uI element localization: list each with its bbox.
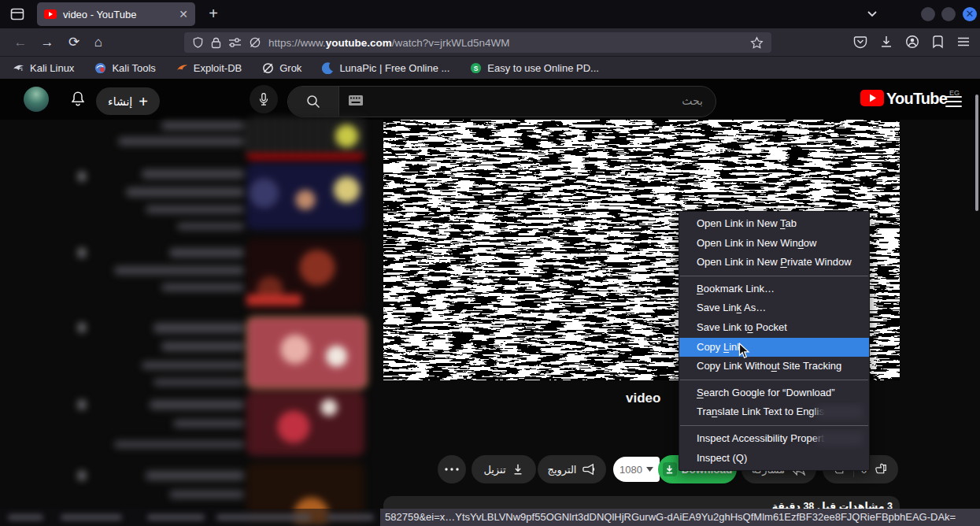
like-button[interactable] [874, 463, 887, 476]
youtube-page: إنشاء + بحث YouTube EG [0, 79, 980, 526]
search-input[interactable]: بحث [287, 86, 716, 117]
more-dots-icon [445, 468, 459, 471]
create-button[interactable]: إنشاء + [96, 87, 160, 115]
microphone-icon [256, 91, 272, 107]
context-menu-item-open-link-in-new-private-window[interactable]: Open Link in New Private Window [679, 253, 869, 272]
minimize-button[interactable] [921, 7, 935, 21]
mouse-cursor [738, 343, 750, 359]
context-menu-item-search-google-for-download[interactable]: Search Google for “Download” [679, 383, 869, 403]
context-menu-item-bookmark-link[interactable]: Bookmark Link… [679, 280, 869, 299]
shield-icon[interactable] [192, 36, 204, 49]
nav-toolbar: ← → ⟳ ⌂ https://www.youtube.com/watch?v=… [0, 28, 980, 57]
url-bar[interactable]: https://www.youtube.com/watch?v=jrkWLd5n… [184, 32, 771, 53]
download-arrow-icon [512, 463, 524, 476]
forward-icon[interactable]: → [39, 35, 55, 50]
megaphone-icon [582, 463, 596, 476]
youtube-wordmark: YouTube [886, 90, 947, 107]
context-menu-item-inspect-accessibility-propert[interactable]: Inspect Accessibility Propert [679, 429, 869, 449]
home-icon[interactable]: ⌂ [91, 35, 106, 50]
promote-button[interactable]: الترويج [538, 455, 606, 483]
bookmark-kali-linux[interactable]: Kali Linux [13, 62, 74, 74]
create-label: إنشاء [108, 95, 132, 108]
account-icon[interactable] [905, 35, 919, 49]
svg-text:S: S [474, 64, 479, 72]
context-menu: Open Link in New TabOpen Link in New Win… [679, 211, 870, 471]
context-menu-item-save-link-as[interactable]: Save Link As… [679, 298, 869, 318]
context-menu-item-copy-link-without-site-tracking[interactable]: Copy Link Without Site Tracking [679, 357, 869, 376]
context-menu-item-save-link-to-pocket[interactable]: Save Link to Pocket [679, 318, 869, 338]
bookmark-star-icon[interactable] [750, 36, 764, 50]
autoplay-blocked-icon[interactable] [249, 36, 261, 49]
bookmark-lunapic-free-online[interactable]: LunaPic | Free Online ... [322, 62, 449, 74]
bookmarks-list: Kali LinuxKali ToolsExploit-DBGrokLunaPi… [0, 57, 980, 79]
permissions-icon[interactable] [228, 37, 242, 48]
voice-search-button[interactable] [250, 85, 278, 113]
search-placeholder: بحث [682, 94, 703, 107]
page-hamburger-icon[interactable] [945, 93, 962, 110]
context-menu-item-open-link-in-new-tab[interactable]: Open Link in New Tab [679, 214, 869, 234]
avatar[interactable] [24, 87, 49, 112]
bookmark-label: Grok [279, 62, 301, 74]
back-icon[interactable]: ← [13, 35, 28, 50]
tab-overview-icon[interactable] [9, 6, 25, 22]
window-close-button[interactable]: ✕ [963, 7, 977, 21]
kali-dragon-icon [13, 62, 24, 74]
browser-tab[interactable]: video - YouTube ✕ [37, 2, 195, 26]
blurred-text-smudge [817, 432, 863, 446]
search-icon [305, 94, 321, 109]
tab-close-icon[interactable]: ✕ [179, 9, 188, 20]
list-all-tabs-chevron-icon[interactable] [866, 8, 880, 19]
promote-label: الترويج [548, 464, 577, 476]
menu-icon[interactable] [956, 35, 971, 48]
downloads-icon[interactable] [879, 35, 893, 49]
kali-tools-icon [94, 62, 106, 74]
bookmark-label: Exploit-DB [194, 62, 242, 74]
pocket-icon[interactable] [853, 35, 867, 49]
browser-window: video - YouTube ✕ + ✕ ← → ⟳ ⌂ https://ww… [0, 0, 980, 526]
context-menu-item-copy-link[interactable]: Copy Link [679, 338, 869, 357]
quality-value: 1080 [619, 464, 642, 476]
extensions-icon[interactable] [931, 35, 945, 49]
lunapic-icon [322, 62, 334, 74]
menu-separator [680, 425, 868, 426]
bookmark-label: Kali Tools [112, 62, 155, 74]
reload-icon[interactable]: ⟳ [66, 35, 82, 50]
more-actions-button[interactable] [438, 455, 466, 483]
download-button[interactable]: تنزيل [472, 455, 536, 483]
blurred-text-smudge [817, 405, 863, 419]
keyboard-icon[interactable] [348, 94, 364, 106]
quality-dropdown[interactable]: 1080 [613, 457, 660, 482]
bookmark-label: Kali Linux [30, 62, 74, 74]
tab-title: video - YouTube [63, 9, 172, 20]
download-label: تنزيل [483, 464, 505, 476]
maximize-button[interactable] [941, 7, 956, 21]
window-titlebar: video - YouTube ✕ + ✕ [0, 0, 980, 28]
toolbar-right-icons [853, 35, 971, 49]
video-title: video [626, 391, 673, 406]
youtube-play-icon [860, 90, 884, 107]
status-link-preview: 582759&ei=x…YtsYvLBLVNw9pf55OGNlrt3dDNQl… [380, 509, 980, 526]
bookmark-label: LunaPic | Free Online ... [339, 62, 449, 74]
bookmark-easy-to-use-online-pd[interactable]: SEasy to use Online PD... [470, 62, 599, 74]
context-menu-item-open-link-in-new-window[interactable]: Open Link in New Window [679, 234, 869, 254]
search-button[interactable] [288, 87, 339, 117]
context-menu-item-inspect-q[interactable]: Inspect (Q) [679, 449, 869, 469]
exploit-db-icon [176, 62, 188, 74]
url-text: https://www.youtube.com/watch?v=jrkWLd5n… [268, 37, 509, 49]
grok-icon [262, 62, 274, 74]
lock-icon[interactable] [211, 37, 221, 49]
notifications-bell-icon[interactable] [68, 90, 87, 109]
bookmark-exploit-db[interactable]: Exploit-DB [176, 62, 242, 74]
context-menu-item-translate-link-text-to-englis[interactable]: Translate Link Text to Englis [679, 402, 869, 422]
scrollbar[interactable] [975, 94, 978, 211]
bookmark-kali-tools[interactable]: Kali Tools [94, 62, 155, 74]
status-bar-left [0, 509, 380, 526]
plus-icon: + [139, 94, 148, 109]
green-download-arrow-icon [663, 462, 677, 476]
menu-separator [680, 276, 868, 276]
bookmark-label: Easy to use Online PD... [487, 62, 599, 74]
bookmark-grok[interactable]: Grok [262, 62, 301, 74]
menu-separator [680, 380, 868, 380]
chevron-down-icon [646, 467, 653, 472]
new-tab-button[interactable]: + [203, 3, 224, 24]
